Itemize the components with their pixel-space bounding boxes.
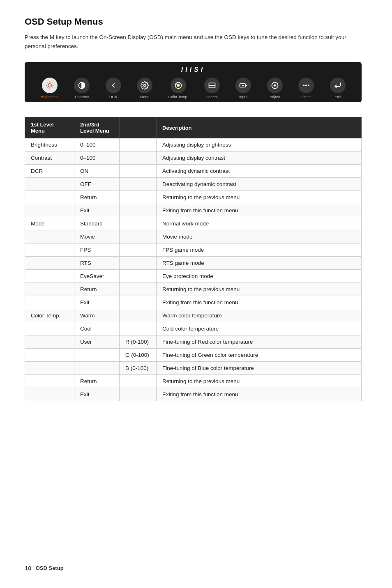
header-level2: 2nd/3rd Level Menu [74,117,120,138]
cell-level1 [25,178,74,191]
osd-logo: IIISI [33,66,353,74]
cell-level2: User [74,335,120,349]
cell-level1 [25,375,74,388]
osd-icon-colortemp[interactable]: Color Temp. [168,78,188,99]
cell-desc: Fine-tuning of Blue color temperature [157,362,362,375]
cell-desc: Movie mode [157,230,362,243]
cell-level1 [25,388,74,401]
exit-label: Exit [334,95,341,99]
cell-desc: Returning to the previous menu [157,283,362,296]
cell-level3 [120,296,157,309]
cell-level2: Return [74,375,120,388]
svg-line-8 [52,83,52,83]
cell-level2 [74,349,120,362]
osd-icon-input[interactable]: Input [235,78,251,99]
table-row: ExitExiting from this function menu [25,296,362,309]
osd-icon-other[interactable]: Other [298,78,314,99]
svg-line-7 [47,87,47,88]
osd-icon-brightness[interactable]: Brightness [41,78,58,99]
table-row: G (0-100)Fine-tuning of Green color temp… [25,349,362,362]
mode-icon [137,78,152,93]
cell-level1: Mode [25,217,74,230]
aspect-label: Aspect [206,95,218,99]
cell-level2: OFF [74,178,120,191]
cell-level2: 0–100 [74,152,120,165]
osd-icon-contrast[interactable]: Contrast [74,78,90,99]
cell-level2: Cool [74,322,120,335]
cell-level1 [25,270,74,283]
cell-desc: Adjusting display contrast [157,152,362,165]
cell-level2: Exit [74,204,120,217]
aspect-icon [204,78,220,93]
cell-desc: Returning to the previous menu [157,191,362,204]
cell-level3 [120,322,157,335]
exit-icon [330,78,346,93]
cell-level3 [120,243,157,257]
other-label: Other [302,95,311,99]
osd-icon-mode[interactable]: Mode [137,78,152,99]
table-row: UserR (0-100)Fine-tuning of Red color te… [25,335,362,349]
cell-desc: Adjusting display brightness [157,138,362,152]
cell-desc: Exiting from this function menu [157,388,362,401]
menu-table: 1st Level Menu 2nd/3rd Level Menu Descri… [25,117,362,401]
cell-level1 [25,349,74,362]
input-label: Input [239,95,247,99]
table-row: OFFDeactivating dynamic contrast [25,178,362,191]
cell-desc: Exiting from this function menu [157,296,362,309]
cell-level1: Color Temp. [25,309,74,322]
table-row: ExitExiting from this function menu [25,204,362,217]
cell-level1 [25,283,74,296]
mode-label: Mode [140,95,150,99]
cell-level2: Standard [74,217,120,230]
cell-desc: Returning to the previous menu [157,375,362,388]
footer: 10 OSD Setup [25,565,64,572]
colortemp-icon [171,78,186,93]
cell-level1 [25,243,74,257]
cell-desc: Fine-tuning of Red color temperature [157,335,362,349]
header-level1: 1st Level Menu [25,117,74,138]
brightness-icon [42,78,58,93]
cell-desc: Fine-tuning of Green color temperature [157,349,362,362]
brightness-label: Brightness [41,95,58,99]
cell-level1 [25,230,74,243]
adjust-icon [267,78,283,93]
osd-icon-dcr[interactable]: DCR [106,78,121,99]
svg-point-14 [179,84,180,85]
cell-level3: G (0-100) [120,349,157,362]
cell-desc: Warm color temperature [157,309,362,322]
osd-icon-exit[interactable]: Exit [330,78,346,99]
cell-level3 [120,217,157,230]
cell-level2: ON [74,165,120,178]
cell-desc: Deactivating dynamic contrast [157,178,362,191]
table-row: CoolCold color temperature [25,322,362,335]
svg-point-22 [274,85,275,86]
footer-page-number: 10 [25,565,32,572]
other-icon [298,78,314,93]
table-row: ExitExiting from this function menu [25,388,362,401]
cell-level1 [25,204,74,217]
svg-point-0 [48,84,51,87]
cell-level1 [25,296,74,309]
cell-level2: Return [74,191,120,204]
dcr-label: DCR [109,95,118,99]
osd-icon-aspect[interactable]: Aspect [204,78,220,99]
table-row: ReturnReturning to the previous menu [25,283,362,296]
footer-section-label: OSD Setup [36,565,64,571]
cell-desc: Cold color temperature [157,322,362,335]
header-desc: Description [157,117,362,138]
cell-level2: Exit [74,296,120,309]
table-row: Contrast0–100Adjusting display contrast [25,152,362,165]
intro-text: Press the M key to launch the On-Screen … [25,33,362,51]
table-row: MovieMovie mode [25,230,362,243]
cell-level3 [120,191,157,204]
svg-point-23 [303,85,304,86]
svg-point-25 [308,85,309,86]
osd-icon-adjust[interactable]: Adjust [267,78,283,99]
cell-level3 [120,165,157,178]
cell-level1 [25,257,74,270]
cell-desc: Exiting from this function menu [157,204,362,217]
cell-level2: Return [74,283,120,296]
input-icon [235,78,251,93]
cell-desc: FPS game mode [157,243,362,257]
cell-level1 [25,322,74,335]
